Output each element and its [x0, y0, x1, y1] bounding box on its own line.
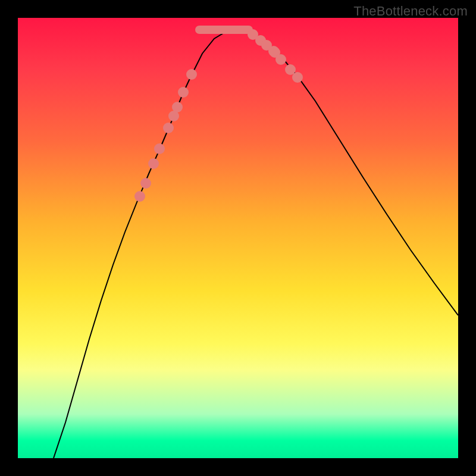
data-point — [154, 143, 165, 154]
chart-frame: TheBottleneck.com — [0, 0, 476, 476]
data-point — [148, 158, 159, 169]
data-point — [172, 102, 183, 112]
watermark-text: TheBottleneck.com — [353, 4, 468, 19]
data-point — [140, 178, 151, 189]
data-point — [268, 46, 279, 57]
data-point — [178, 87, 189, 98]
right-branch-dots — [248, 29, 303, 83]
data-point — [163, 123, 174, 133]
data-point — [292, 72, 303, 83]
bottleneck-curve — [54, 30, 458, 458]
data-point — [134, 191, 145, 202]
data-point — [186, 69, 197, 80]
chart-svg — [18, 18, 458, 458]
chart-plot-area — [18, 18, 458, 458]
data-point — [275, 54, 286, 65]
